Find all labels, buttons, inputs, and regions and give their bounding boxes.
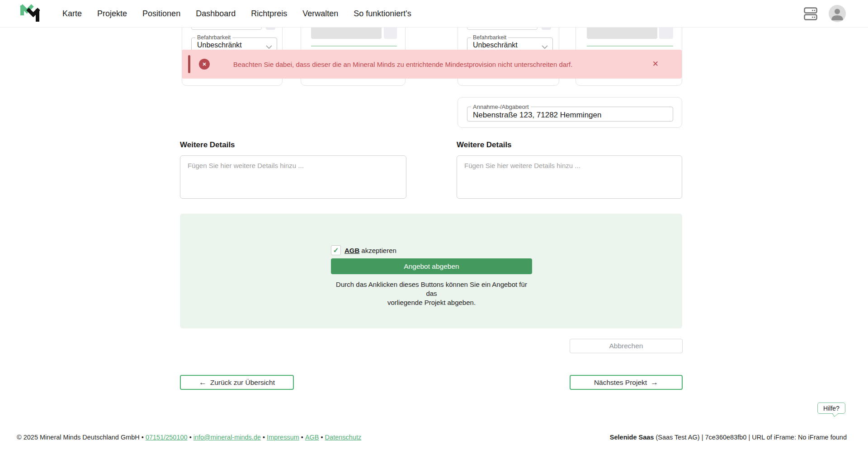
agb-suffix: akzeptieren [361,247,396,254]
footer-left: © 2025 Mineral Minds Deutschland GmbH•07… [17,434,361,441]
disabled-input [311,26,382,39]
nav-item-projekte[interactable]: Projekte [97,9,127,19]
main-nav: Karte Projekte Positionen Dashboard Rich… [62,0,411,27]
footer-separator: • [261,434,267,441]
footer-app-name: Selenide Saas [610,434,654,441]
disabled-adornment [384,26,397,39]
footer-right: Selenide Saas (Saas Test AG) | 7ce360e83… [610,434,847,441]
agb-link[interactable]: AGB [344,247,359,254]
befahrbarkeit-label: Befahrbarkeit [471,34,508,41]
check-icon: ✓ [333,246,339,254]
footer-link-email[interactable]: info@mineral-minds.de [193,434,261,441]
nav-item-verwalten[interactable]: Verwalten [302,9,338,19]
nav-item-dashboard[interactable]: Dashboard [196,9,236,19]
disabled-adornment [659,26,673,39]
details-heading-right: Weitere Details [457,140,512,150]
offer-note-line2: vorliegende Projekt abgeben. [331,298,532,307]
agb-label: AGB akzeptieren [344,245,396,255]
offer-section: ✓ AGB akzeptieren Angebot abgeben Durch … [180,214,682,328]
offer-note-line1: Durch das Anklicken dieses Buttons könne… [331,280,532,298]
footer-separator: • [188,434,193,441]
mineral-minds-logo[interactable] [20,3,40,24]
close-icon[interactable]: ✕ [652,59,659,69]
disabled-input [587,26,657,39]
top-navigation-bar: Karte Projekte Positionen Dashboard Rich… [0,0,868,28]
footer-app-info: (Saas Test AG) | 7ce360e83fb0 | URL of i… [656,434,847,441]
arrow-right-icon: → [651,379,658,386]
alert-accent-bar [188,55,190,73]
underlined-input[interactable] [587,46,673,47]
nav-item-so-funktionierts[interactable]: So funktioniert's [354,9,411,19]
footer-copyright: © 2025 Mineral Minds Deutschland GmbH [17,434,140,441]
next-project-button[interactable]: Nächstes Projekt → [570,375,683,390]
pickup-location-label: Annahme-/Abgabeort [471,103,531,110]
error-icon: ✕ [199,59,210,70]
help-bubble-tail [832,411,838,417]
alert-message: Beachten Sie dabei, dass dieser die an M… [233,50,572,79]
help-bubble[interactable]: Hilfe? [817,402,845,414]
footer-separator: • [140,434,146,441]
next-button-label: Nächstes Projekt [594,379,647,387]
server-icon[interactable] [804,7,817,22]
pickup-location-card: Annahme-/Abgabeort Nebenstraße 123, 7128… [458,97,682,128]
details-textarea-right[interactable] [457,155,682,199]
agb-checkbox[interactable]: ✓ [331,245,341,255]
pickup-location-value: Nebenstraße 123, 71282 Hemmingen [473,111,601,120]
footer-link-phone[interactable]: 07151/250100 [146,434,188,441]
footer-separator: • [299,434,305,441]
details-textarea-left[interactable] [180,155,406,199]
nav-item-richtpreis[interactable]: Richtpreis [251,9,287,19]
befahrbarkeit-label: Befahrbarkeit [195,34,232,41]
back-button-label: Zurück zur Übersicht [210,379,275,387]
error-alert: ✕ Beachten Sie dabei, dass dieser die an… [182,50,682,79]
underlined-input[interactable] [311,46,397,47]
footer-separator: • [319,434,325,441]
footer-link-agb[interactable]: AGB [305,434,319,441]
back-to-overview-button[interactable]: ← Zurück zur Übersicht [180,375,294,390]
footer-link-datenschutz[interactable]: Datenschutz [325,434,362,441]
pickup-location-field[interactable]: Annahme-/Abgabeort Nebenstraße 123, 7128… [467,107,673,122]
offer-note: Durch das Anklicken dieses Buttons könne… [331,280,532,307]
user-avatar[interactable] [829,5,846,22]
page: Befahrbarkeit Unbeschränkt Befahrbarkeit… [0,0,868,449]
submit-offer-button[interactable]: Angebot abgeben [331,258,532,274]
help-label: Hilfe? [823,405,840,412]
cancel-button[interactable]: Abbrechen [570,339,683,353]
footer-link-impressum[interactable]: Impressum [267,434,299,441]
details-heading-left: Weitere Details [180,140,235,150]
befahrbarkeit-value: Unbeschränkt [197,41,242,49]
nav-item-positionen[interactable]: Positionen [142,9,180,19]
befahrbarkeit-value: Unbeschränkt [473,41,518,49]
arrow-left-icon: ← [199,379,207,386]
nav-item-karte[interactable]: Karte [62,9,82,19]
